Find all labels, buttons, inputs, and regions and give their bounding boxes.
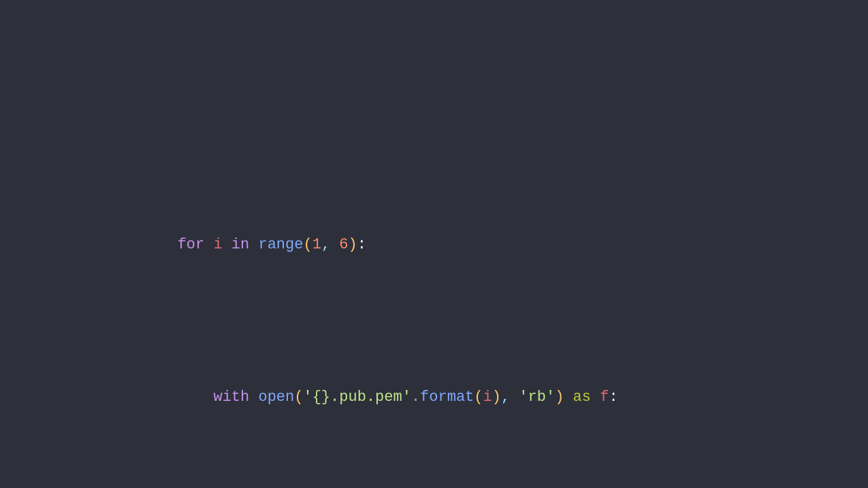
num-6: 6 bbox=[339, 236, 348, 253]
var-i: i bbox=[213, 236, 222, 253]
line-blank bbox=[142, 105, 645, 130]
with-keyword1: with bbox=[213, 389, 249, 406]
code-block: #!/usr/bin/env python3 from Crypto.Publi… bbox=[101, 0, 686, 488]
string-pub: '{}.pub.pem' bbox=[303, 389, 411, 406]
for-keyword: for bbox=[178, 236, 205, 253]
range-func: range bbox=[258, 236, 303, 253]
line-import2: from secret import FLAG bbox=[142, 0, 645, 29]
as-keyword1: as bbox=[573, 389, 591, 406]
open-func1: open bbox=[258, 389, 294, 406]
var-i2: i bbox=[483, 389, 492, 406]
in-keyword: in bbox=[231, 236, 249, 253]
paren-open1: ( bbox=[303, 236, 312, 253]
colon1: : bbox=[357, 236, 366, 253]
paren-close1: ) bbox=[348, 236, 357, 253]
format-method1: format bbox=[420, 389, 474, 406]
line-for: for i in range(1, 6): bbox=[142, 207, 645, 283]
num-1: 1 bbox=[312, 236, 321, 253]
string-rb: 'rb' bbox=[519, 389, 555, 406]
line-with1: with open('{}.pub.pem'.format(i), 'rb') … bbox=[142, 359, 645, 436]
var-f1: f bbox=[600, 389, 609, 406]
